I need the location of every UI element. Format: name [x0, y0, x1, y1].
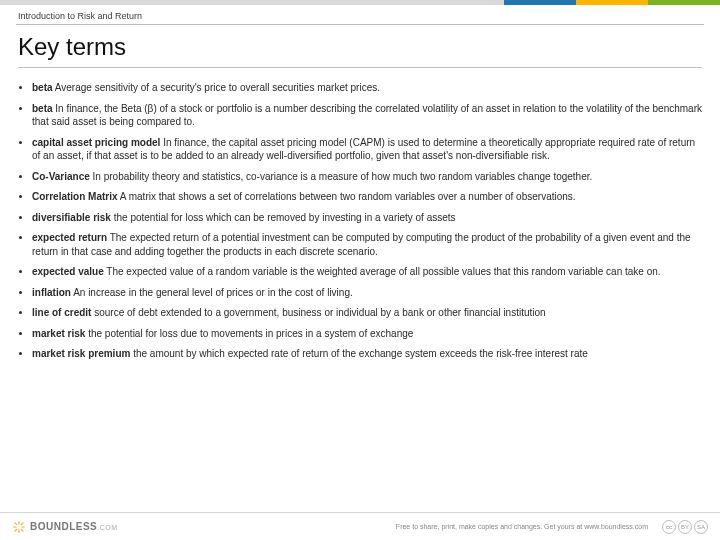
footer: BOUNDLESS.COM Free to share, print, make…	[0, 512, 720, 540]
term-def: In probability theory and statistics, co…	[93, 171, 593, 182]
term-name: capital asset pricing model	[32, 137, 160, 148]
list-item: diversifiable risk the potential for los…	[32, 211, 702, 225]
list-item: beta Average sensitivity of a security's…	[32, 81, 702, 95]
term-name: beta	[32, 103, 53, 114]
logo-burst-icon	[12, 520, 26, 534]
list-item: Correlation Matrix A matrix that shows a…	[32, 190, 702, 204]
term-def: the amount by which expected rate of ret…	[133, 348, 588, 359]
slide: Introduction to Risk and Return Key term…	[0, 0, 720, 540]
footer-tagline: Free to share, print, make copies and ch…	[396, 523, 648, 530]
brand-text: BOUNDLESS	[30, 521, 97, 532]
list-item: Co-Variance In probability theory and st…	[32, 170, 702, 184]
term-name: Co-Variance	[32, 171, 90, 182]
term-def: In finance, the Beta (β) of a stock or p…	[32, 103, 702, 128]
list-item: inflation An increase in the general lev…	[32, 286, 702, 300]
list-item: expected value The expected value of a r…	[32, 265, 702, 279]
brand-logo: BOUNDLESS.COM	[12, 520, 118, 534]
list-item: market risk the potential for loss due t…	[32, 327, 702, 341]
cc-sa-icon: SA	[694, 520, 708, 534]
divider	[18, 67, 702, 68]
term-name: beta	[32, 82, 53, 93]
list-item: capital asset pricing model In finance, …	[32, 136, 702, 163]
list-item: line of credit source of debt extended t…	[32, 306, 702, 320]
brand-suffix: .COM	[97, 524, 117, 531]
term-def: An increase in the general level of pric…	[73, 287, 353, 298]
term-name: market risk	[32, 328, 85, 339]
term-name: market risk premium	[32, 348, 130, 359]
term-name: diversifiable risk	[32, 212, 111, 223]
cc-icon: cc	[662, 520, 676, 534]
term-name: expected return	[32, 232, 107, 243]
page-title: Key terms	[0, 25, 720, 67]
term-name: expected value	[32, 266, 104, 277]
list-item: expected return The expected return of a…	[32, 231, 702, 258]
term-def: source of debt extended to a government,…	[94, 307, 545, 318]
svg-line-4	[15, 522, 17, 524]
cc-badges: cc BY SA	[662, 520, 708, 534]
brand-name: BOUNDLESS.COM	[30, 521, 118, 532]
list-item: beta In finance, the Beta (β) of a stock…	[32, 102, 702, 129]
term-def: Average sensitivity of a security's pric…	[55, 82, 380, 93]
svg-line-7	[21, 522, 23, 524]
term-name: inflation	[32, 287, 71, 298]
term-def: The expected value of a random variable …	[106, 266, 660, 277]
svg-line-5	[21, 529, 23, 531]
breadcrumb: Introduction to Risk and Return	[0, 5, 720, 24]
term-def: The expected return of a potential inves…	[32, 232, 691, 257]
svg-line-6	[15, 529, 17, 531]
term-def: the potential for loss due to movements …	[88, 328, 413, 339]
term-name: line of credit	[32, 307, 91, 318]
term-def: A matrix that shows a set of correlation…	[120, 191, 576, 202]
content-body: beta Average sensitivity of a security's…	[0, 72, 720, 512]
term-def: the potential for loss which can be remo…	[114, 212, 456, 223]
terms-list: beta Average sensitivity of a security's…	[18, 81, 702, 361]
list-item: market risk premium the amount by which …	[32, 347, 702, 361]
cc-by-icon: BY	[678, 520, 692, 534]
term-name: Correlation Matrix	[32, 191, 118, 202]
